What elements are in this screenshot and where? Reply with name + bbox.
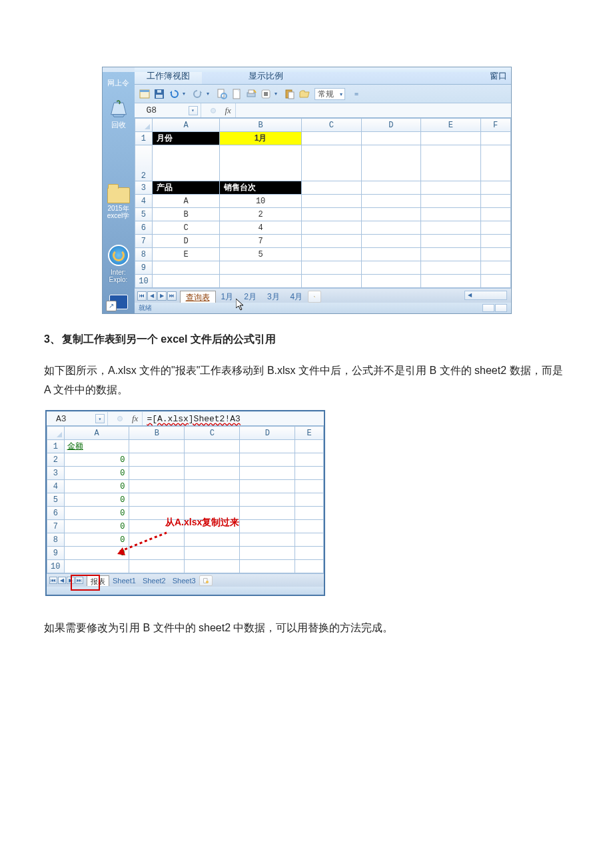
row-header[interactable]: 7 bbox=[47, 520, 65, 533]
cell-A8[interactable]: E bbox=[153, 248, 220, 261]
row-header[interactable]: 6 bbox=[47, 507, 65, 520]
col-header-F[interactable]: F bbox=[480, 119, 510, 132]
sheet-tab[interactable]: 4月 bbox=[285, 291, 308, 303]
new-sheet-icon[interactable] bbox=[199, 575, 213, 586]
sheet-tab[interactable]: Sheet3 bbox=[169, 575, 199, 586]
name-box[interactable]: G8 bbox=[135, 103, 201, 117]
sheet-tab[interactable]: Sheet2 bbox=[139, 575, 169, 586]
col-header-A[interactable]: A bbox=[153, 119, 220, 132]
row-header[interactable]: 5 bbox=[135, 208, 153, 221]
fx-icon[interactable]: fx bbox=[225, 103, 236, 117]
cell-B5[interactable]: 2 bbox=[220, 208, 302, 221]
row-header[interactable]: 3 bbox=[47, 467, 65, 480]
cell-B8[interactable]: 5 bbox=[220, 248, 302, 261]
col-header-C[interactable]: C bbox=[185, 427, 240, 440]
cell-A3[interactable]: 0 bbox=[64, 467, 129, 480]
stop-macro-icon[interactable] bbox=[260, 88, 272, 100]
fx-icon[interactable]: fx bbox=[132, 412, 143, 425]
cell-A2[interactable]: 0 bbox=[64, 453, 129, 467]
nav-last-icon[interactable]: ⏭ bbox=[75, 577, 83, 584]
name-box-dropdown-icon[interactable] bbox=[95, 414, 105, 423]
col-header-E[interactable]: E bbox=[421, 119, 481, 132]
cell-B4[interactable]: 10 bbox=[220, 195, 302, 208]
print-preview-icon[interactable] bbox=[216, 88, 228, 100]
row-header[interactable]: 10 bbox=[135, 275, 153, 288]
row-header[interactable]: 4 bbox=[135, 195, 153, 208]
cell-B7[interactable]: 7 bbox=[220, 235, 302, 248]
save-icon[interactable] bbox=[153, 88, 165, 100]
recycle-bin-icon[interactable] bbox=[105, 99, 132, 119]
row-header[interactable]: 8 bbox=[135, 248, 153, 261]
col-header-D[interactable]: D bbox=[361, 119, 421, 132]
row-header[interactable]: 2 bbox=[47, 453, 65, 467]
nav-next-icon[interactable]: ▶ bbox=[67, 577, 75, 584]
paste-icon[interactable] bbox=[284, 88, 296, 100]
spreadsheet-grid-1[interactable]: A B C D E F 1 月份 1月 2 3 产品 销售台次 bbox=[135, 118, 511, 288]
undo-icon[interactable] bbox=[168, 88, 180, 100]
horizontal-scrollbar[interactable]: ◀ bbox=[464, 291, 507, 300]
row-header[interactable]: 9 bbox=[47, 547, 65, 560]
sheet-tab[interactable]: 2月 bbox=[239, 291, 262, 303]
sheet-tab[interactable]: Sheet1 bbox=[109, 575, 139, 586]
view-page-icon[interactable] bbox=[495, 304, 507, 312]
col-header-E[interactable]: E bbox=[295, 427, 324, 440]
quick-print-icon[interactable] bbox=[245, 88, 257, 100]
cell-A5[interactable]: 0 bbox=[64, 493, 129, 507]
nav-first-icon[interactable]: ⏮ bbox=[137, 291, 147, 301]
new-sheet-icon[interactable] bbox=[308, 291, 321, 303]
view-normal-icon[interactable] bbox=[482, 304, 494, 312]
sheet-tab-active[interactable]: 报表 bbox=[87, 575, 109, 586]
cell-A8[interactable]: 0 bbox=[64, 533, 129, 547]
formula-bar-2[interactable]: =[A.xlsx]Sheet2!A3 bbox=[143, 414, 324, 424]
cell-A4[interactable]: 0 bbox=[64, 480, 129, 493]
select-all-corner[interactable] bbox=[47, 427, 65, 440]
nav-first-icon[interactable]: ⏮ bbox=[49, 577, 57, 584]
undo-dropdown-icon[interactable]: ▾ bbox=[183, 91, 187, 97]
col-header-C[interactable]: C bbox=[302, 119, 362, 132]
cell-B6[interactable]: 4 bbox=[220, 221, 302, 235]
cell-A7[interactable]: D bbox=[153, 235, 220, 248]
shortcut-icon[interactable] bbox=[109, 295, 128, 309]
row-header[interactable]: 1 bbox=[47, 440, 65, 453]
redo-dropdown-icon[interactable]: ▾ bbox=[207, 91, 211, 97]
col-header-B[interactable]: B bbox=[129, 427, 185, 440]
row-header[interactable]: 5 bbox=[47, 493, 65, 507]
row-header[interactable]: 6 bbox=[135, 221, 153, 235]
nav-prev-icon[interactable]: ◀ bbox=[58, 577, 66, 584]
number-format-selector[interactable]: 常规 bbox=[314, 88, 345, 100]
macro-dropdown-icon[interactable]: ▾ bbox=[275, 91, 279, 97]
select-all-corner[interactable] bbox=[135, 119, 153, 132]
sheet-tab[interactable]: 1月 bbox=[216, 291, 239, 303]
nav-last-icon[interactable]: ⏭ bbox=[167, 291, 177, 301]
nav-prev-icon[interactable]: ◀ bbox=[147, 291, 157, 301]
cell-A9[interactable]: 0 bbox=[64, 547, 129, 560]
cell-A4[interactable]: A bbox=[153, 195, 220, 208]
cell-B1[interactable]: 1月 bbox=[220, 132, 302, 145]
spreadsheet-grid-2[interactable]: A B C D E 1金额 20 30 40 50 60 70 80 90 10 bbox=[47, 426, 324, 573]
cell-A7[interactable]: 0 bbox=[64, 520, 129, 533]
cell-A1[interactable]: 月份 bbox=[153, 132, 220, 145]
name-box-2[interactable]: A3 bbox=[47, 412, 108, 425]
sheet-tab[interactable]: 3月 bbox=[262, 291, 285, 303]
col-header-A[interactable]: A bbox=[64, 427, 129, 440]
sheet-tab-active[interactable]: 查询表 bbox=[180, 291, 216, 303]
row-header[interactable]: 8 bbox=[47, 533, 65, 547]
new-doc-icon[interactable] bbox=[231, 88, 243, 100]
internet-explorer-icon[interactable] bbox=[105, 245, 132, 265]
row-header[interactable]: 1 bbox=[135, 132, 153, 145]
row-header[interactable]: 10 bbox=[47, 560, 65, 573]
cell-A5[interactable]: B bbox=[153, 208, 220, 221]
row-header[interactable]: 7 bbox=[135, 235, 153, 248]
nav-next-icon[interactable]: ▶ bbox=[157, 291, 167, 301]
normal-view-icon[interactable] bbox=[139, 88, 151, 100]
col-header-B[interactable]: B bbox=[220, 119, 302, 132]
cell-A3[interactable]: 产品 bbox=[153, 181, 220, 195]
col-header-D[interactable]: D bbox=[240, 427, 295, 440]
cell-B3[interactable]: 销售台次 bbox=[220, 181, 302, 195]
cell-A6[interactable]: 0 bbox=[64, 507, 129, 520]
cell-A1[interactable]: 金额 bbox=[64, 440, 129, 453]
row-header[interactable]: 3 bbox=[135, 181, 153, 195]
row-header[interactable]: 4 bbox=[47, 480, 65, 493]
cell-A6[interactable]: C bbox=[153, 221, 220, 235]
name-box-dropdown-icon[interactable] bbox=[189, 106, 198, 115]
